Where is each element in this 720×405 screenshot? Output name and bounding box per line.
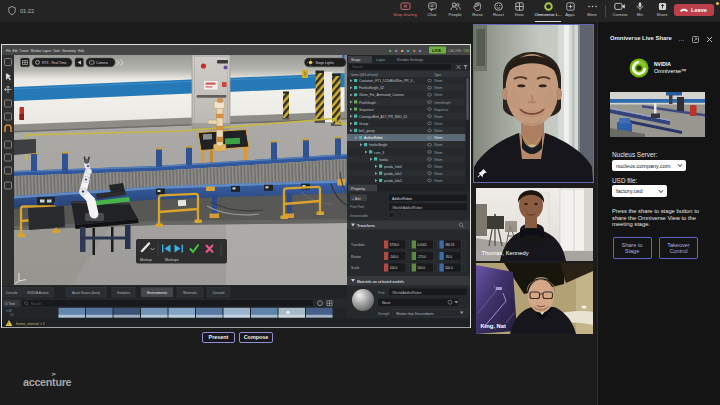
svg-text:bek_group: bek_group	[359, 129, 375, 133]
svg-text:Thomas, Kennedy: Thomas, Kennedy	[482, 250, 529, 256]
svg-text:frame_interval > 1: frame_interval > 1	[16, 322, 45, 326]
svg-text:LIVE: LIVE	[432, 48, 442, 53]
svg-text:Group: Group	[359, 122, 368, 126]
svg-text:Rotate: Rotate	[351, 255, 361, 259]
svg-text:100.0: 100.0	[390, 266, 398, 270]
svg-text:panda_link1: panda_link1	[384, 172, 402, 176]
svg-text:Instanceable: Instanceable	[350, 214, 368, 218]
svg-text:frankaSingle: frankaSingle	[369, 143, 387, 147]
svg-text:0.0001: 0.0001	[417, 243, 427, 247]
svg-text:Xform: Xform	[434, 122, 443, 126]
svg-text:AddksfRobot: AddksfRobot	[392, 197, 412, 201]
svg-text:CACHE: ON: CACHE: ON	[448, 49, 469, 53]
svg-text:Search: Search	[352, 65, 363, 69]
svg-text:core_3: core_3	[374, 151, 384, 155]
svg-text:Type: Type	[434, 73, 441, 77]
svg-text:Xform_For_Animated_Camera: Xform_For_Animated_Camera	[359, 93, 404, 97]
svg-text:Layers: Layers	[43, 49, 53, 53]
svg-text:franka: franka	[379, 158, 388, 162]
svg-text:Help: Help	[78, 49, 85, 53]
svg-text:Environments: Environments	[147, 291, 168, 295]
svg-text:Samples: Samples	[117, 291, 130, 295]
svg-text:/World/AddksfRobot: /World/AddksfRobot	[392, 291, 421, 295]
svg-text:Xform: Xform	[434, 136, 443, 140]
svg-text:Materials on selected models: Materials on selected models	[357, 280, 404, 284]
svg-text:Camera: Camera	[96, 61, 108, 65]
svg-text:Xform: Xform	[434, 165, 443, 169]
svg-text:/World/AddksfRobot: /World/AddksfRobot	[392, 206, 422, 210]
svg-text:AuthorRobot: AuthorRobot	[364, 136, 383, 140]
svg-text:Xform: Xform	[434, 93, 443, 97]
svg-text:Window: Window	[31, 49, 43, 53]
svg-text:Translate: Translate	[351, 243, 365, 247]
svg-text:Xform: Xform	[434, 151, 443, 155]
svg-text:Stage Lights: Stage Lights	[316, 61, 335, 65]
svg-text:None: None	[382, 301, 390, 305]
svg-text:OmniGraph: OmniGraph	[434, 101, 451, 105]
svg-text:Strength: Strength	[378, 312, 390, 316]
svg-text:Prim: Prim	[378, 291, 385, 295]
svg-text:Omniverse™: Omniverse™	[654, 68, 687, 74]
svg-text:Streaming: Streaming	[62, 49, 76, 53]
svg-text:100.0: 100.0	[445, 266, 453, 270]
svg-text:Markups: Markups	[165, 258, 179, 262]
svg-text:panda_link0: panda_link0	[384, 165, 402, 169]
svg-text:Render Settings: Render Settings	[397, 58, 424, 62]
svg-text:Xform: Xform	[434, 143, 443, 147]
svg-text:Console: Console	[5, 291, 17, 295]
svg-text:Layer: Layer	[376, 58, 386, 62]
svg-text:Property: Property	[351, 187, 365, 191]
svg-text:Xform: Xform	[434, 79, 443, 83]
svg-text:Sequence: Sequence	[359, 108, 374, 112]
svg-text:Asset Stores (beta): Asset Stores (beta)	[72, 291, 100, 295]
svg-text:FrankaSingle_02: FrankaSingle_02	[359, 86, 384, 90]
svg-text:King, Nat: King, Nat	[481, 323, 507, 329]
svg-text:Xform: Xform	[434, 86, 443, 90]
svg-text:Xform: Xform	[434, 129, 443, 133]
svg-text:-270.0: -270.0	[417, 255, 426, 259]
svg-text:Search: Search	[31, 302, 41, 306]
svg-text:100.0: 100.0	[417, 266, 425, 270]
svg-text:Items (494 of front): Items (494 of front)	[351, 73, 378, 77]
svg-text:NVIDIA: NVIDIA	[654, 61, 671, 67]
svg-text:Stage: Stage	[351, 58, 361, 62]
svg-text:Edit: Edit	[13, 49, 18, 53]
svg-text:3756.0: 3756.0	[390, 243, 400, 247]
svg-text:Markup: Markup	[140, 258, 152, 262]
svg-text:Xform: Xform	[434, 115, 443, 119]
svg-text:-160.0: -160.0	[390, 255, 399, 259]
svg-text:8K: 8K	[10, 313, 14, 317]
svg-text:Weaker than Descendants: Weaker than Descendants	[396, 312, 434, 316]
svg-text:Xform: Xform	[434, 158, 443, 162]
svg-text:RTX - Real Time: RTX - Real Time	[42, 61, 66, 65]
svg-text:Materials: Materials	[183, 291, 197, 295]
svg-text:PushGraph: PushGraph	[359, 101, 376, 105]
svg-text:panda_link2: panda_link2	[384, 179, 402, 183]
svg-text:Xform: Xform	[434, 179, 443, 183]
svg-text:-90.0: -90.0	[445, 255, 452, 259]
svg-text:File: File	[6, 49, 11, 53]
svg-text:Prim Path: Prim Path	[350, 205, 364, 209]
svg-text:Create: Create	[20, 49, 29, 53]
svg-text:Tools: Tools	[53, 49, 61, 53]
svg-text:Scale: Scale	[351, 266, 359, 270]
svg-text:ConveyorBelt_A17_PR_NVD_01: ConveyorBelt_A17_PR_NVD_01	[359, 115, 407, 119]
svg-text:NVIDIA Assets: NVIDIA Assets	[27, 291, 49, 295]
svg-text:+ Add: + Add	[352, 197, 361, 201]
svg-text:☰ Tree: ☰ Tree	[5, 302, 15, 306]
svg-text:Container_FT1_512kBfullRim_PR_: Container_FT1_512kBfullRim_PR_V...	[359, 79, 415, 83]
svg-text:Xform: Xform	[434, 172, 443, 176]
svg-text:Sequence: Sequence	[434, 108, 449, 112]
svg-text:Transform: Transform	[357, 224, 375, 228]
svg-text:!: !	[7, 322, 8, 326]
svg-text:186.55: 186.55	[445, 243, 455, 247]
svg-text:Console: Console	[212, 291, 224, 295]
